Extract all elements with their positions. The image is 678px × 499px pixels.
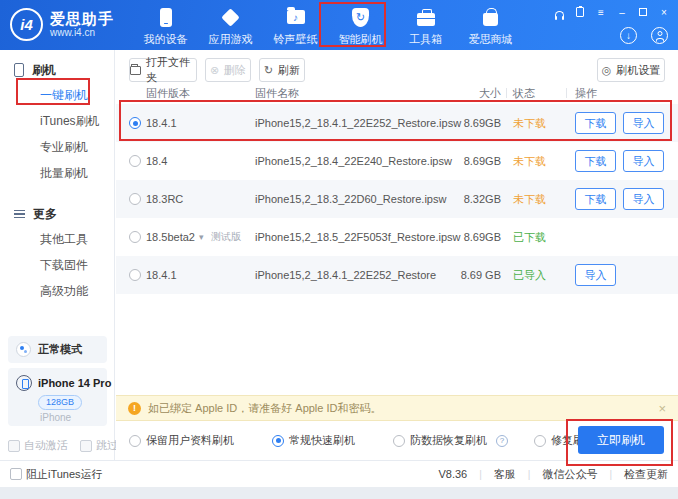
table-row[interactable]: 18.3RC iPhone15,2_18.3_22D60_Restore.ips… [116,180,678,218]
nav-apps-games[interactable]: 应用游戏 [198,6,263,47]
auto-activate-checkbox[interactable]: 自动激活 [8,438,68,453]
iphone-icon [16,375,32,391]
chevron-down-icon[interactable]: ▾ [199,232,204,242]
open-folder-button[interactable]: 打开文件夹 [129,58,197,82]
wechat-official-link[interactable]: 微信公众号 [542,467,597,482]
close-icon[interactable]: × [658,6,670,18]
refresh-icon: ↻ [264,65,273,76]
quick-icons: ↓ [620,27,668,44]
window-controls: ≡ – × [553,6,670,18]
device-name: iPhone 14 Pro [38,377,111,389]
import-firmware-button[interactable]: 导入 [623,150,664,172]
music-folder-icon: ♪ [285,6,307,28]
import-firmware-button[interactable]: 导入 [623,188,664,210]
sidebar-item-one-click-flash[interactable]: 一键刷机 [0,82,114,108]
notice-text: 如已绑定 Apple ID，请准备好 Apple ID和密码。 [148,401,651,416]
clipboard-icon[interactable] [574,6,586,18]
refresh-button[interactable]: ↻ 刷新 [259,58,305,82]
main-nav: 我的设备 应用游戏 ♪ 铃声壁纸 ↻ 智能刷机 工具箱 [133,6,523,47]
col-actions: 操作 [575,86,597,101]
help-icon[interactable]: ? [496,435,508,447]
device-card: iPhone 14 Pro 128GB iPhone [8,368,107,426]
gear-icon: ◎ [602,65,612,76]
table-header: 固件版本 固件名称 大小 状态 操作 [116,86,678,104]
keep-data-flash-radio[interactable]: 保留用户资料刷机 [129,433,234,448]
maximize-icon[interactable] [637,6,649,18]
radio-icon [534,435,546,447]
main-panel: 打开文件夹 ⊗ 删除 ↻ 刷新 ◎ 刷机设置 固件版本 固件名称 大小 状态 操… [116,50,678,460]
app-url: www.i4.cn [50,27,114,38]
nav-ringtones-wallpapers[interactable]: ♪ 铃声壁纸 [263,6,328,47]
download-firmware-button[interactable]: 下载 [575,112,616,134]
download-firmware-button[interactable]: 下载 [575,188,616,210]
shopping-bag-icon [480,6,502,28]
checkbox-icon [8,440,20,452]
table-row[interactable]: 18.5beta2 ▾ 测试版 iPhone15,2_18.5_22F5053f… [116,218,678,256]
close-icon[interactable]: × [658,401,666,416]
nav-my-devices[interactable]: 我的设备 [133,6,198,47]
user-circle-icon[interactable] [651,27,668,44]
sidebar-item-other-tools[interactable]: 其他工具 [0,226,114,252]
sidebar-item-download-firmware[interactable]: 下载固件 [0,252,114,278]
toolbox-icon [415,6,437,28]
folder-icon [130,66,141,75]
warning-icon: ! [128,402,141,415]
download-circle-icon[interactable]: ↓ [620,27,637,44]
import-firmware-button[interactable]: 导入 [575,264,616,286]
phone-icon [155,6,177,28]
flash-now-button[interactable]: 立即刷机 [578,426,664,454]
statusbar: 阻止iTunes运行 V8.36 | 客服 | 微信公众号 | 检查更新 [0,460,678,487]
menu-icon[interactable]: ≡ [595,6,607,18]
block-itunes-checkbox[interactable]: 阻止iTunes运行 [10,467,103,482]
apple-id-notice: ! 如已绑定 Apple ID，请准备好 Apple ID和密码。 × [116,395,678,421]
import-firmware-button[interactable]: 导入 [623,112,664,134]
radio-selected-icon [272,435,284,447]
status-badge: 已下载 [513,230,546,245]
radio-icon[interactable] [129,155,141,167]
app-window: i4 爱思助手 www.i4.cn 我的设备 应用游戏 ♪ 铃声壁纸 [0,0,678,499]
headset-icon[interactable] [553,6,565,18]
app-logo: i4 爱思助手 www.i4.cn [10,8,114,41]
status-badge: 已导入 [513,268,546,283]
nav-toolbox[interactable]: 工具箱 [393,6,458,47]
table-row[interactable]: 18.4 iPhone15,2_18.4_22E240_Restore.ipsw… [116,142,678,180]
radio-icon [129,435,141,447]
status-badge: 未下载 [513,154,546,169]
check-update-link[interactable]: 检查更新 [624,467,668,482]
beta-badge: 测试版 [211,230,241,244]
download-firmware-button[interactable]: 下载 [575,150,616,172]
anti-recovery-flash-radio[interactable]: 防数据恢复刷机 ? [393,433,508,448]
radio-icon[interactable] [129,269,141,281]
checkbox-icon [10,468,22,480]
shield-refresh-icon: ↻ [350,6,372,28]
minimize-icon[interactable]: – [616,6,628,18]
normal-mode-icon [16,342,31,357]
status-badge: 未下载 [513,116,546,131]
table-row[interactable]: 18.4.1 iPhone15,2_18.4.1_22E252_Restore … [116,256,678,294]
sidebar-item-itunes-flash[interactable]: iTunes刷机 [0,108,114,134]
customer-service-link[interactable]: 客服 [494,467,516,482]
normal-fast-flash-radio[interactable]: 常规快速刷机 [272,433,355,448]
radio-selected-icon[interactable] [129,117,141,129]
nav-aisi-mall[interactable]: 爱思商城 [458,6,523,47]
delete-icon: ⊗ [210,65,219,76]
sidebar-item-batch-flash[interactable]: 批量刷机 [0,160,114,186]
radio-icon[interactable] [129,231,141,243]
sidebar-item-advanced-features[interactable]: 高级功能 [0,278,114,304]
flash-settings-button[interactable]: ◎ 刷机设置 [597,58,665,82]
capacity-badge: 128GB [38,395,82,410]
sidebar-section-more: 更多 [0,194,114,226]
nav-smart-flash[interactable]: ↻ 智能刷机 [328,6,393,47]
sidebar-item-pro-flash[interactable]: 专业刷机 [0,134,114,160]
flash-phone-icon [14,63,24,77]
radio-icon[interactable] [129,193,141,205]
window-edge [0,487,678,499]
logo-icon: i4 [10,8,43,41]
delete-button[interactable]: ⊗ 删除 [205,58,251,82]
app-title: 爱思助手 [50,11,114,27]
sidebar-section-flash: 刷机 [0,50,114,82]
table-row[interactable]: 18.4.1 iPhone15,2_18.4.1_22E252_Restore.… [116,104,678,142]
version-label: V8.36 [438,468,467,480]
topbar: i4 爱思助手 www.i4.cn 我的设备 应用游戏 ♪ 铃声壁纸 [0,0,678,50]
col-firmware-name: 固件名称 [255,86,299,101]
